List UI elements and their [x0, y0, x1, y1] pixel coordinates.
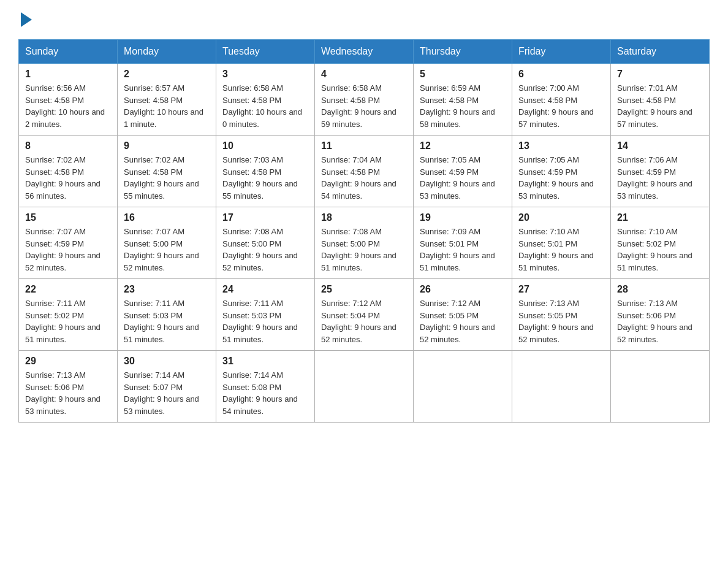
calendar-day-cell: [315, 351, 414, 423]
day-number: 5: [420, 69, 506, 80]
calendar-day-cell: 11 Sunrise: 7:04 AM Sunset: 4:58 PM Dayl…: [315, 136, 414, 207]
day-info: Sunrise: 7:09 AM Sunset: 5:01 PM Dayligh…: [420, 226, 506, 274]
calendar-day-cell: [414, 351, 512, 423]
day-info: Sunrise: 6:57 AM Sunset: 4:58 PM Dayligh…: [124, 82, 210, 130]
day-number: 6: [518, 69, 604, 80]
day-of-week-header: Monday: [118, 40, 216, 64]
day-number: 26: [420, 284, 506, 295]
day-number: 19: [420, 212, 506, 223]
page-header: [18, 12, 710, 27]
day-number: 31: [222, 356, 308, 367]
day-info: Sunrise: 7:08 AM Sunset: 5:00 PM Dayligh…: [321, 226, 407, 274]
calendar-table: SundayMondayTuesdayWednesdayThursdayFrid…: [18, 39, 710, 423]
calendar-day-cell: 26 Sunrise: 7:12 AM Sunset: 5:05 PM Dayl…: [414, 279, 512, 351]
day-info: Sunrise: 7:12 AM Sunset: 5:04 PM Dayligh…: [321, 297, 407, 345]
calendar-week-row: 22 Sunrise: 7:11 AM Sunset: 5:02 PM Dayl…: [19, 279, 710, 351]
calendar-day-cell: 19 Sunrise: 7:09 AM Sunset: 5:01 PM Dayl…: [414, 207, 512, 279]
calendar-body: 1 Sunrise: 6:56 AM Sunset: 4:58 PM Dayli…: [19, 64, 710, 423]
day-number: 10: [222, 140, 308, 151]
day-info: Sunrise: 7:02 AM Sunset: 4:58 PM Dayligh…: [25, 154, 111, 202]
calendar-day-cell: 5 Sunrise: 6:59 AM Sunset: 4:58 PM Dayli…: [414, 64, 512, 136]
calendar-day-cell: 10 Sunrise: 7:03 AM Sunset: 4:58 PM Dayl…: [216, 136, 315, 207]
day-number: 3: [222, 69, 308, 80]
day-number: 2: [124, 69, 210, 80]
day-info: Sunrise: 7:14 AM Sunset: 5:07 PM Dayligh…: [124, 369, 210, 417]
day-info: Sunrise: 7:00 AM Sunset: 4:58 PM Dayligh…: [518, 82, 604, 130]
day-number: 29: [25, 356, 111, 367]
calendar-week-row: 15 Sunrise: 7:07 AM Sunset: 4:59 PM Dayl…: [19, 207, 710, 279]
day-info: Sunrise: 7:05 AM Sunset: 4:59 PM Dayligh…: [420, 154, 506, 202]
day-number: 22: [25, 284, 111, 295]
day-number: 11: [321, 140, 407, 151]
calendar-day-cell: 23 Sunrise: 7:11 AM Sunset: 5:03 PM Dayl…: [118, 279, 216, 351]
day-info: Sunrise: 7:04 AM Sunset: 4:58 PM Dayligh…: [321, 154, 407, 202]
day-of-week-header: Saturday: [611, 40, 710, 64]
day-number: 20: [518, 212, 604, 223]
day-number: 1: [25, 69, 111, 80]
calendar-day-cell: 24 Sunrise: 7:11 AM Sunset: 5:03 PM Dayl…: [216, 279, 315, 351]
calendar-day-cell: 22 Sunrise: 7:11 AM Sunset: 5:02 PM Dayl…: [19, 279, 118, 351]
day-number: 21: [617, 212, 703, 223]
day-info: Sunrise: 7:11 AM Sunset: 5:03 PM Dayligh…: [124, 297, 210, 345]
day-info: Sunrise: 7:05 AM Sunset: 4:59 PM Dayligh…: [518, 154, 604, 202]
day-header-row: SundayMondayTuesdayWednesdayThursdayFrid…: [19, 40, 710, 64]
day-info: Sunrise: 7:13 AM Sunset: 5:06 PM Dayligh…: [25, 369, 111, 417]
day-number: 8: [25, 140, 111, 151]
day-info: Sunrise: 7:10 AM Sunset: 5:01 PM Dayligh…: [518, 226, 604, 274]
day-number: 25: [321, 284, 407, 295]
day-info: Sunrise: 7:01 AM Sunset: 4:58 PM Dayligh…: [617, 82, 703, 130]
calendar-day-cell: 30 Sunrise: 7:14 AM Sunset: 5:07 PM Dayl…: [118, 351, 216, 423]
calendar-week-row: 8 Sunrise: 7:02 AM Sunset: 4:58 PM Dayli…: [19, 136, 710, 207]
calendar-day-cell: 27 Sunrise: 7:13 AM Sunset: 5:05 PM Dayl…: [512, 279, 611, 351]
day-number: 30: [124, 356, 210, 367]
day-number: 28: [617, 284, 703, 295]
calendar-day-cell: 12 Sunrise: 7:05 AM Sunset: 4:59 PM Dayl…: [414, 136, 512, 207]
calendar-day-cell: 20 Sunrise: 7:10 AM Sunset: 5:01 PM Dayl…: [512, 207, 611, 279]
calendar-day-cell: 14 Sunrise: 7:06 AM Sunset: 4:59 PM Dayl…: [611, 136, 710, 207]
day-number: 14: [617, 140, 703, 151]
day-number: 24: [222, 284, 308, 295]
day-number: 12: [420, 140, 506, 151]
calendar-day-cell: 4 Sunrise: 6:58 AM Sunset: 4:58 PM Dayli…: [315, 64, 414, 136]
day-info: Sunrise: 7:06 AM Sunset: 4:59 PM Dayligh…: [617, 154, 703, 202]
day-info: Sunrise: 7:07 AM Sunset: 5:00 PM Dayligh…: [124, 226, 210, 274]
day-info: Sunrise: 7:02 AM Sunset: 4:58 PM Dayligh…: [124, 154, 210, 202]
calendar-day-cell: 8 Sunrise: 7:02 AM Sunset: 4:58 PM Dayli…: [19, 136, 118, 207]
day-info: Sunrise: 7:10 AM Sunset: 5:02 PM Dayligh…: [617, 226, 703, 274]
day-number: 9: [124, 140, 210, 151]
calendar-day-cell: 29 Sunrise: 7:13 AM Sunset: 5:06 PM Dayl…: [19, 351, 118, 423]
calendar-week-row: 29 Sunrise: 7:13 AM Sunset: 5:06 PM Dayl…: [19, 351, 710, 423]
day-of-week-header: Tuesday: [216, 40, 315, 64]
calendar-day-cell: 1 Sunrise: 6:56 AM Sunset: 4:58 PM Dayli…: [19, 64, 118, 136]
calendar-day-cell: 9 Sunrise: 7:02 AM Sunset: 4:58 PM Dayli…: [118, 136, 216, 207]
day-info: Sunrise: 7:08 AM Sunset: 5:00 PM Dayligh…: [222, 226, 308, 274]
calendar-header: SundayMondayTuesdayWednesdayThursdayFrid…: [19, 40, 710, 64]
day-number: 13: [518, 140, 604, 151]
calendar-day-cell: 15 Sunrise: 7:07 AM Sunset: 4:59 PM Dayl…: [19, 207, 118, 279]
day-info: Sunrise: 7:03 AM Sunset: 4:58 PM Dayligh…: [222, 154, 308, 202]
calendar-day-cell: 17 Sunrise: 7:08 AM Sunset: 5:00 PM Dayl…: [216, 207, 315, 279]
calendar-day-cell: 7 Sunrise: 7:01 AM Sunset: 4:58 PM Dayli…: [611, 64, 710, 136]
calendar-day-cell: 31 Sunrise: 7:14 AM Sunset: 5:08 PM Dayl…: [216, 351, 315, 423]
day-number: 27: [518, 284, 604, 295]
day-of-week-header: Thursday: [414, 40, 512, 64]
day-info: Sunrise: 7:11 AM Sunset: 5:03 PM Dayligh…: [222, 297, 308, 345]
day-info: Sunrise: 7:12 AM Sunset: 5:05 PM Dayligh…: [420, 297, 506, 345]
logo-triangle-icon: [21, 12, 32, 27]
calendar-day-cell: 13 Sunrise: 7:05 AM Sunset: 4:59 PM Dayl…: [512, 136, 611, 207]
day-number: 16: [124, 212, 210, 223]
calendar-day-cell: 21 Sunrise: 7:10 AM Sunset: 5:02 PM Dayl…: [611, 207, 710, 279]
logo: [18, 12, 32, 27]
day-number: 15: [25, 212, 111, 223]
calendar-day-cell: 28 Sunrise: 7:13 AM Sunset: 5:06 PM Dayl…: [611, 279, 710, 351]
day-info: Sunrise: 7:13 AM Sunset: 5:05 PM Dayligh…: [518, 297, 604, 345]
day-info: Sunrise: 7:11 AM Sunset: 5:02 PM Dayligh…: [25, 297, 111, 345]
day-info: Sunrise: 6:59 AM Sunset: 4:58 PM Dayligh…: [420, 82, 506, 130]
calendar-day-cell: 25 Sunrise: 7:12 AM Sunset: 5:04 PM Dayl…: [315, 279, 414, 351]
calendar-day-cell: [512, 351, 611, 423]
day-number: 18: [321, 212, 407, 223]
day-of-week-header: Friday: [512, 40, 611, 64]
day-number: 23: [124, 284, 210, 295]
day-number: 7: [617, 69, 703, 80]
day-info: Sunrise: 6:58 AM Sunset: 4:58 PM Dayligh…: [321, 82, 407, 130]
